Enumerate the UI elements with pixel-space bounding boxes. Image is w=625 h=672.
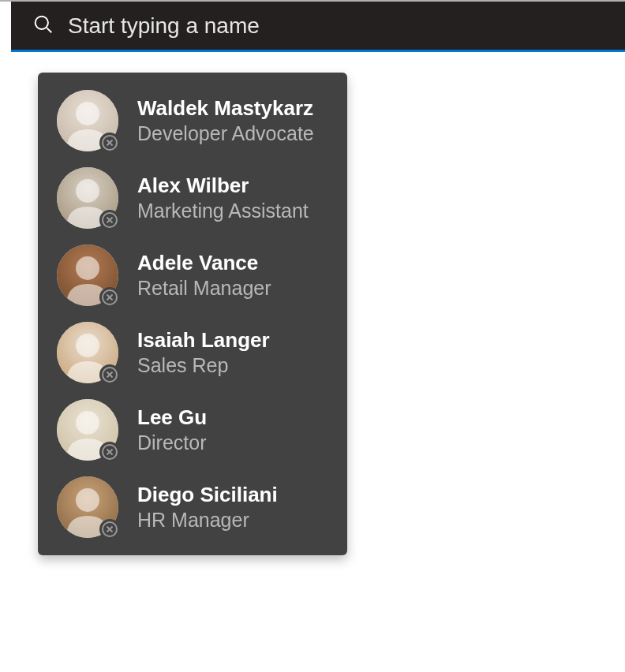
person-text: Diego Siciliani HR Manager [137,482,278,532]
people-picker-dropdown: Waldek Mastykarz Developer Advocate Alex… [38,73,347,555]
person-text: Adele Vance Retail Manager [137,250,271,301]
person-title: Retail Manager [137,276,271,301]
presence-offline-icon [99,210,120,230]
svg-point-11 [76,411,99,435]
avatar [57,476,118,538]
person-text: Lee Gu Director [137,405,207,455]
person-name: Diego Siciliani [137,482,278,508]
person-text: Waldek Mastykarz Developer Advocate [137,95,314,146]
svg-line-1 [47,28,51,32]
svg-point-3 [76,102,99,125]
person-title: Sales Rep [137,353,270,378]
person-item[interactable]: Waldek Mastykarz Developer Advocate [38,82,347,159]
person-item[interactable]: Alex Wilber Marketing Assistant [38,159,347,237]
person-title: Director [137,431,207,455]
person-item[interactable]: Isaiah Langer Sales Rep [38,314,347,391]
svg-point-7 [76,256,99,280]
avatar [57,399,118,461]
person-name: Alex Wilber [137,173,309,199]
person-name: Waldek Mastykarz [137,95,314,121]
avatar [57,245,118,306]
person-name: Lee Gu [137,405,207,431]
avatar [57,90,118,151]
person-text: Alex Wilber Marketing Assistant [137,173,309,223]
person-item[interactable]: Lee Gu Director [38,391,347,469]
svg-point-5 [76,179,99,203]
svg-point-0 [36,16,48,28]
svg-point-9 [76,334,99,357]
search-bar[interactable] [11,2,625,52]
person-title: Developer Advocate [137,121,314,146]
avatar [57,322,118,383]
svg-point-13 [76,488,99,512]
presence-offline-icon [99,287,120,308]
avatar [57,167,118,229]
person-name: Isaiah Langer [137,327,270,353]
person-item[interactable]: Diego Siciliani HR Manager [38,469,347,546]
person-item[interactable]: Adele Vance Retail Manager [38,237,347,314]
person-title: Marketing Assistant [137,199,309,223]
presence-offline-icon [99,442,120,462]
person-text: Isaiah Langer Sales Rep [137,327,270,378]
person-name: Adele Vance [137,250,271,276]
search-icon [33,14,54,38]
presence-offline-icon [99,519,120,539]
presence-offline-icon [99,364,120,385]
person-title: HR Manager [137,508,278,532]
search-input[interactable] [68,13,606,39]
presence-offline-icon [99,133,120,153]
